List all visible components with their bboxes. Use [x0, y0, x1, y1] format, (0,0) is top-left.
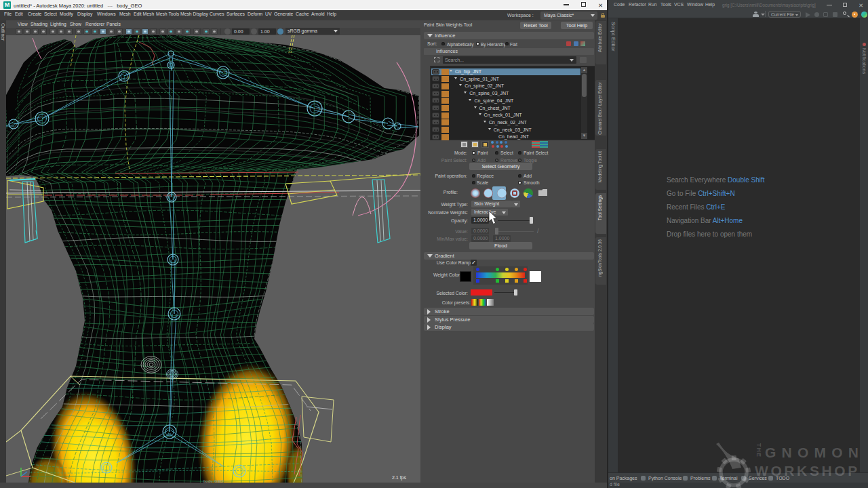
svg-text:GNOMON: GNOMON	[765, 445, 864, 460]
svg-text:THE: THE	[755, 443, 762, 458]
svg-text:WORKSHOP: WORKSHOP	[755, 463, 860, 479]
